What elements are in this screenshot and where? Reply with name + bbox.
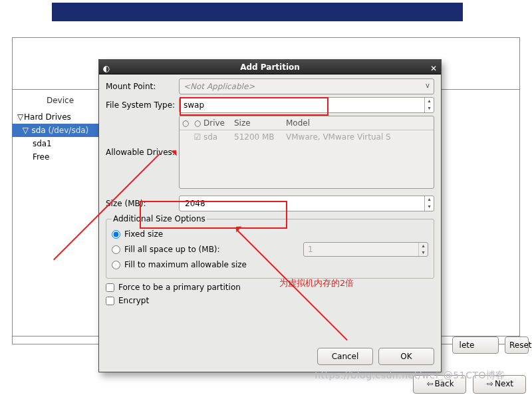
size-label: Size (MB): — [106, 199, 179, 208]
top-banner — [52, 3, 463, 21]
mount-point-value: <Not Applicable> — [184, 82, 255, 91]
dialog-body: Mount Point: <Not Applicable> v File Sys… — [99, 74, 441, 372]
tree-item-label: sda — [31, 126, 45, 135]
size-input[interactable] — [184, 198, 430, 209]
allowable-drives-list[interactable]: ○ ○ Drive Size Model ☑ sda 51200 MB VMwa… — [179, 116, 434, 189]
cancel-button[interactable]: Cancel — [317, 348, 373, 365]
primary-checkbox[interactable] — [106, 283, 114, 292]
fill-upto-spinner: 1 ▴▾ — [303, 242, 428, 257]
radio-fill-max[interactable] — [112, 261, 120, 269]
add-partition-dialog: ◐ Add Partition ✕ Mount Point: <Not Appl… — [98, 59, 442, 372]
device-column: Device ▽Hard Drives ▽ sda (/dev/sda) sda… — [12, 89, 108, 164]
close-icon[interactable]: ✕ — [428, 61, 439, 72]
ok-button[interactable]: OK — [378, 348, 434, 365]
opt-fill-upto[interactable]: Fill all space up to (MB): 1 ▴▾ — [112, 242, 428, 257]
reset-button[interactable]: Reset — [505, 336, 529, 354]
chevron-down-icon: ▽ — [23, 126, 29, 135]
additional-size-options: Additional Size Options Fixed size Fill … — [106, 214, 434, 279]
tree-sda1[interactable]: sda1 — [12, 137, 108, 150]
chevron-down-icon: v — [426, 82, 430, 89]
radio-header-icon: ○ — [180, 116, 192, 130]
drive-row-sda[interactable]: ☑ sda 51200 MB VMware, VMware Virtual S — [180, 130, 434, 144]
radio-fill-upto[interactable] — [112, 245, 120, 254]
chevron-down-icon: ▽ — [17, 112, 24, 122]
chk-encrypt[interactable]: Encrypt — [106, 296, 434, 305]
tree-root[interactable]: ▽Hard Drives — [12, 110, 108, 124]
chk-primary[interactable]: Force to be a primary partition — [106, 283, 434, 292]
checked-icon: ☑ — [192, 132, 203, 142]
window-menu-icon[interactable]: ◐ — [101, 61, 112, 72]
spinner-arrows-icon: ▴▾ — [418, 243, 428, 256]
size-spinner[interactable]: ▴▾ — [179, 196, 434, 211]
dropdown-arrows-icon: ▴▾ — [424, 98, 434, 112]
aso-legend: Additional Size Options — [112, 214, 207, 223]
delete-button[interactable]: lete — [452, 336, 499, 354]
encrypt-checkbox[interactable] — [106, 297, 114, 305]
drives-header: ○ ○ Drive Size Model — [180, 116, 434, 130]
fs-type-combo[interactable]: swap ▴▾ — [179, 97, 434, 113]
mount-point-combo[interactable]: <Not Applicable> v — [179, 78, 434, 94]
mount-point-label: Mount Point: — [106, 82, 179, 91]
spinner-arrows-icon: ▴▾ — [424, 196, 434, 211]
tree-free[interactable]: Free — [12, 150, 108, 164]
dialog-titlebar: ◐ Add Partition ✕ — [99, 60, 441, 74]
device-header: Device — [12, 89, 108, 110]
fs-type-label: File System Type: — [106, 100, 179, 110]
fs-type-value: swap — [184, 100, 204, 110]
tree-drive-sda[interactable]: ▽ sda (/dev/sda) — [12, 124, 108, 137]
tree-item-meta: (/dev/sda) — [49, 126, 89, 135]
dialog-title: Add Partition — [240, 63, 300, 72]
watermark: https://blog.csdn.net/wei_@51CTO博客 — [315, 370, 505, 382]
opt-fixed-size[interactable]: Fixed size — [112, 229, 428, 239]
radio-fixed[interactable] — [112, 230, 120, 239]
annotation-text: 为虚拟机内存的2倍 — [279, 277, 354, 289]
allowable-drives-label: Allowable Drives: — [106, 116, 179, 157]
